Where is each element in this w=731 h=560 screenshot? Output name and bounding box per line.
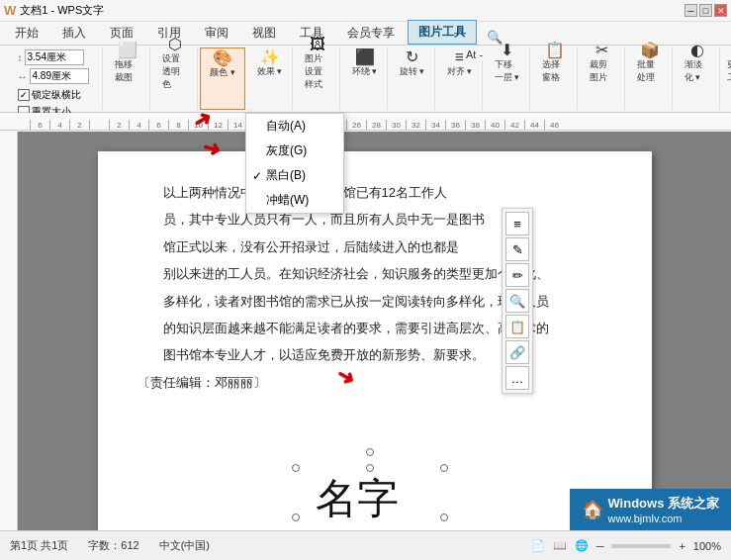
layer-down-button[interactable]: ⬇ 下移一层 ▾ <box>494 49 521 77</box>
crop-image-button[interactable]: ✂ 裁剪图片 <box>589 49 616 77</box>
view-normal[interactable]: 📄 <box>531 539 545 552</box>
float-btn-crop[interactable]: ✏ <box>505 263 529 287</box>
handle-top[interactable] <box>366 464 374 472</box>
tab-review[interactable]: 审阅 <box>194 21 239 45</box>
handle-rotate[interactable] <box>366 448 374 456</box>
rotate-icon: ↻ <box>406 49 418 65</box>
title-bar: W 文档1 - WPS文字 ─ □ ✕ <box>0 0 731 22</box>
effect-group: ✨ 效果 ▾ <box>247 47 293 110</box>
dropdown-auto-label: 自动(A) <box>266 118 306 135</box>
signature-container[interactable]: 名字 <box>296 468 444 530</box>
language: 中文(中国) <box>159 538 210 553</box>
title-bar-left: W 文档1 - WPS文字 <box>4 3 104 18</box>
wrap-icon: ⬛ <box>355 49 375 65</box>
doc-line-1: 以上两种情况中，找于目前图书馆已有12名工作人 <box>137 181 612 204</box>
float-btn-copy[interactable]: 📋 <box>505 315 529 338</box>
effect-icon: ✨ <box>260 49 280 65</box>
tab-start[interactable]: 开始 <box>4 21 49 45</box>
zoom-in[interactable]: + <box>679 540 685 552</box>
wps-logo: W <box>4 3 16 18</box>
signature-selected[interactable]: 名字 <box>296 468 444 530</box>
status-bar: 第1页 共1页 字数：612 中文(中国) 📄 📖 🌐 ─ + 100% <box>0 530 731 560</box>
float-btn-link[interactable]: 🔗 <box>505 340 529 364</box>
view-read[interactable]: 📖 <box>553 539 567 552</box>
zoom-level: 100% <box>693 540 721 552</box>
fade-icon: ◐ <box>690 43 704 58</box>
batch-icon: 📦 <box>640 43 660 58</box>
dropdown-blackwhite-label: 黑白(B) <box>266 167 306 184</box>
doc-line-2: 员，其中专业人员只有一人，而且所有人员中无一是图书 <box>137 208 612 231</box>
transparent-button[interactable]: ⬡ 设置透明色 <box>161 49 189 77</box>
ruler-horizontal: 6 4 2 2 4 6 8 10 12 14 16 18 20 22 24 26… <box>0 113 731 131</box>
transparent-icon: ⬡ <box>168 37 182 52</box>
document-area: 以上两种情况中，找于目前图书馆已有12名工作人 员，其中专业人员只有一人，而且所… <box>18 132 731 530</box>
layer-down-icon: ⬇ <box>501 43 513 58</box>
maximize-button[interactable]: □ <box>699 4 712 17</box>
ribbon-tabs: 开始 插入 页面 引用 审阅 视图 工具 会员专享 图片工具 🔍 <box>0 22 731 46</box>
handle-left[interactable] <box>292 513 300 521</box>
doc-line-4: 别以来进的工人员。在知识经济社会，知识服务的类型更加个性化、 <box>137 262 612 285</box>
color-group: 🎨 颜色 ▾ <box>200 47 245 110</box>
ruler-vertical <box>0 132 18 560</box>
crop-button[interactable]: ⬜ 拖移裁图 <box>114 49 141 77</box>
status-right: 📄 📖 🌐 ─ + 100% <box>531 539 721 552</box>
height-row: ↕ <box>18 49 84 65</box>
close-button[interactable]: ✕ <box>714 4 727 17</box>
document-page: 以上两种情况中，找于目前图书馆已有12名工作人 员，其中专业人员只有一人，而且所… <box>98 151 652 530</box>
float-btn-zoom[interactable]: 🔍 <box>505 289 529 313</box>
handle-top-left[interactable] <box>292 464 300 472</box>
color-button[interactable]: 🎨 颜色 ▾ <box>209 50 236 78</box>
handle-top-right[interactable] <box>440 464 448 472</box>
selection-pane-icon: 📋 <box>545 43 565 58</box>
zoom-out[interactable]: ─ <box>596 540 604 552</box>
view-web[interactable]: 🌐 <box>575 539 589 552</box>
doc-line-7: 图书馆本专业人才，以适应免费开放的新形势、新要求。 <box>137 343 612 366</box>
tab-insert[interactable]: 插入 <box>51 21 97 45</box>
rotate-button[interactable]: ↻ 旋转 ▾ <box>399 49 426 77</box>
fade-group: ◐ 渐淡化 ▾ <box>675 47 720 110</box>
dropdown-item-blackwhite[interactable]: 黑白(B) <box>246 163 343 188</box>
crop-image-group: ✂ 裁剪图片 <box>580 47 625 110</box>
signature-text: 名字 <box>296 468 444 529</box>
layer-group: ⬇ 下移一层 ▾ <box>485 47 530 110</box>
dropdown-grayscale-label: 灰度(G) <box>266 142 307 159</box>
minimize-button[interactable]: ─ <box>685 4 697 17</box>
batch-button[interactable]: 📦 批量处理 <box>636 49 664 77</box>
doc-line-3: 馆正式以来，没有公开招录过，后陆续进入的也都是 <box>137 235 612 258</box>
tab-member[interactable]: 会员专享 <box>336 21 406 45</box>
wrap-button[interactable]: ⬛ 环绕 ▾ <box>351 49 379 77</box>
dropdown-item-grayscale[interactable]: 灰度(G) <box>246 139 343 163</box>
house-icon: 🏠 <box>582 499 603 520</box>
selection-pane-button[interactable]: 📋 选择窗格 <box>541 49 569 77</box>
transparent-group: ⬡ 设置透明色 <box>152 47 198 110</box>
picture-style-group: 🖼 图片设置样式 <box>295 47 340 110</box>
handle-right[interactable] <box>440 513 448 521</box>
word-count: 字数：612 <box>88 538 138 553</box>
tab-view[interactable]: 视图 <box>241 21 287 45</box>
float-btn-edit[interactable]: ✎ <box>505 237 529 261</box>
lock-label: 锁定纵横比 <box>32 88 81 102</box>
at-label: At - <box>463 47 486 61</box>
dropdown-item-wax[interactable]: 冲蜡(W) <box>246 188 343 213</box>
more-tools-button[interactable]: ▶ 更多工具 <box>726 49 731 77</box>
width-row: ↔ <box>18 68 89 84</box>
float-btn-layout[interactable]: ≡ <box>505 212 529 235</box>
fade-button[interactable]: ◐ 渐淡化 ▾ <box>684 49 711 77</box>
zoom-slider[interactable] <box>611 544 671 548</box>
title-text: 文档1 - WPS文字 <box>20 3 104 18</box>
picture-style-icon: 🖼 <box>310 37 325 52</box>
tab-picture-tools[interactable]: 图片工具 <box>408 20 477 45</box>
lock-checkbox[interactable]: ✓ <box>18 89 30 101</box>
title-bar-controls[interactable]: ─ □ ✕ <box>685 4 727 17</box>
effect-button[interactable]: ✨ 效果 ▾ <box>256 49 284 77</box>
wrap-group: ⬛ 环绕 ▾ <box>342 47 388 110</box>
width-input[interactable] <box>30 68 89 84</box>
selection-group: 📋 选择窗格 <box>532 47 578 110</box>
float-btn-more[interactable]: … <box>505 366 529 390</box>
picture-style-button[interactable]: 🖼 图片设置样式 <box>304 49 331 77</box>
dropdown-item-auto[interactable]: 自动(A) <box>246 114 343 139</box>
height-input[interactable] <box>25 49 84 65</box>
color-dropdown-menu: 自动(A) 灰度(G) 黑白(B) 冲蜡(W) <box>245 113 344 214</box>
windows-badge-content: 🏠 Windows 系统之家 www.bjmlv.com <box>582 495 719 524</box>
dropdown-wax-label: 冲蜡(W) <box>266 192 309 209</box>
